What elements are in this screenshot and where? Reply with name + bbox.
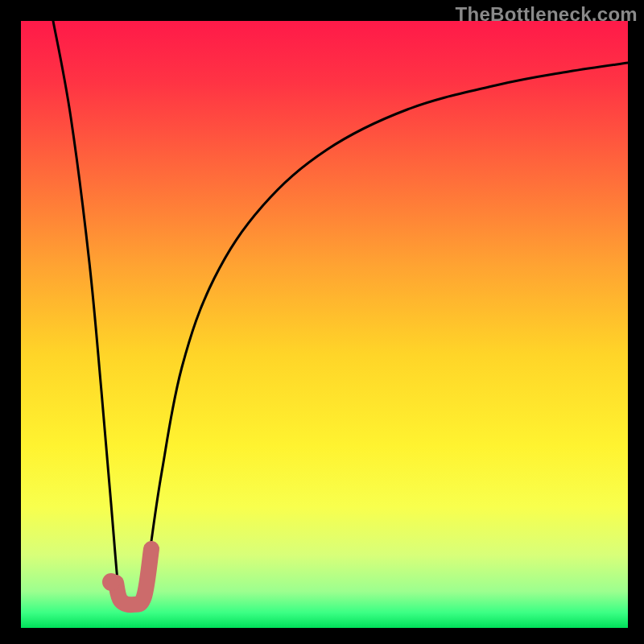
background-gradient: [21, 21, 628, 628]
chart-frame: TheBottleneck.com: [0, 0, 644, 644]
plot-area: [21, 21, 628, 628]
svg-rect-0: [21, 21, 628, 628]
